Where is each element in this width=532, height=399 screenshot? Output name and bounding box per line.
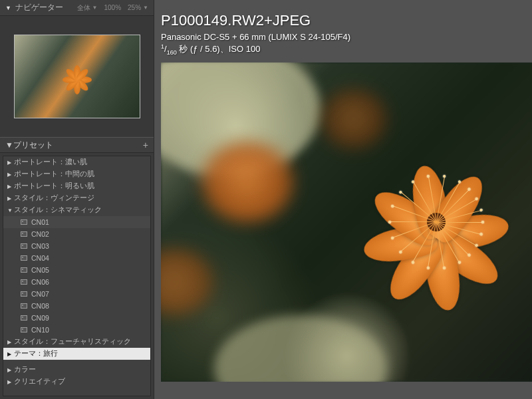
preset-icon — [21, 243, 27, 249]
preset-item[interactable]: CN06 — [3, 276, 150, 288]
thumbnail-flower-icon — [57, 57, 97, 96]
preset-group[interactable]: ポートレート：濃い肌 — [3, 156, 150, 168]
preset-group[interactable]: スタイル：フューチャリスティック — [3, 336, 150, 348]
preset-item[interactable]: CN01 — [3, 216, 150, 228]
preset-item[interactable]: CN04 — [3, 252, 150, 264]
navigator-panel-header[interactable]: ▼ ナビゲーター 全体 ▼ 100% 25% ▼ — [0, 0, 154, 16]
preset-item[interactable]: CN08 — [3, 300, 150, 312]
preset-icon — [21, 267, 27, 273]
preset-icon — [21, 219, 27, 225]
camera-meta-label: Panasonic DC-S5 + 66 mm (LUMIX S 24-105/… — [161, 32, 532, 42]
main-flower — [350, 136, 523, 309]
preset-icon — [21, 303, 27, 309]
preset-item[interactable]: CN05 — [3, 264, 150, 276]
navigator-view-controls: 全体 ▼ 100% 25% ▼ — [77, 3, 148, 13]
preset-item[interactable]: CN03 — [3, 240, 150, 252]
navigator-thumbnail[interactable] — [14, 35, 140, 118]
preset-group[interactable]: クリエイティブ — [3, 376, 150, 388]
preset-icon — [21, 279, 27, 285]
preset-group-cinematic[interactable]: スタイル：シネマティック — [3, 204, 150, 216]
image-preview[interactable] — [161, 63, 532, 382]
navigator-view-mode-dropdown[interactable]: 全体 ▼ — [77, 3, 98, 13]
preset-item[interactable]: CN10 — [3, 324, 150, 336]
preset-icon — [21, 291, 27, 297]
left-sidebar: ▼ ナビゲーター 全体 ▼ 100% 25% ▼ — [0, 0, 154, 399]
presets-list: ポートレート：濃い肌 ポートレート：中間の肌 ポートレート：明るい肌 スタイル：… — [3, 156, 151, 396]
preset-group[interactable]: ポートレート：中間の肌 — [3, 168, 150, 180]
add-preset-button[interactable]: + — [143, 140, 148, 150]
preset-icon — [21, 255, 27, 261]
filename-label: P1000149.RW2+JPEG — [161, 12, 532, 29]
preset-icon — [21, 315, 27, 321]
preset-group[interactable]: スタイル：ヴィンテージ — [3, 192, 150, 204]
navigator-title: ナビゲーター — [15, 2, 63, 13]
preset-item[interactable]: CN02 — [3, 228, 150, 240]
preset-group-travel[interactable]: テーマ：旅行 — [3, 348, 150, 360]
navigator-zoom-dropdown[interactable]: 25% ▼ — [128, 4, 148, 11]
chevron-down-icon: ▼ — [92, 5, 98, 11]
disclosure-triangle-icon: ▼ — [5, 5, 11, 11]
preset-group[interactable]: カラー — [3, 364, 150, 376]
disclosure-triangle-icon: ▼ — [5, 140, 13, 150]
exposure-meta-label: 1/160 秒 (ƒ / 5.6)、ISO 100 — [161, 43, 532, 56]
main-preview-area: P1000149.RW2+JPEG Panasonic DC-S5 + 66 m… — [154, 0, 532, 399]
navigator-thumbnail-area — [0, 16, 154, 137]
preset-icon — [21, 327, 27, 332]
preset-icon — [21, 231, 27, 237]
preset-item[interactable]: CN07 — [3, 288, 150, 300]
presets-panel-header[interactable]: ▼ プリセット + — [0, 137, 154, 153]
presets-title: プリセット — [13, 140, 53, 151]
blurred-flower — [201, 142, 294, 222]
preset-group[interactable]: ポートレート：明るい肌 — [3, 180, 150, 192]
chevron-down-icon: ▼ — [143, 5, 148, 11]
navigator-zoom-100[interactable]: 100% — [104, 4, 121, 11]
preset-item[interactable]: CN09 — [3, 312, 150, 324]
